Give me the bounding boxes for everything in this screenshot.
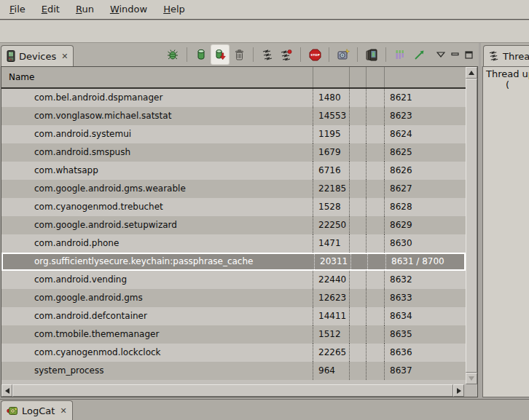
cell-blank1 (350, 180, 367, 198)
cell-blank1 (350, 344, 367, 362)
process-pid: 6716 (313, 162, 350, 180)
scroll-down-button[interactable] (466, 373, 477, 384)
cell-blank2 (367, 143, 385, 162)
horizontal-scrollbar[interactable] (1, 384, 466, 397)
cell-blank1 (350, 216, 367, 234)
stop-process-icon[interactable]: STOP (306, 45, 324, 64)
update-threads-icon[interactable] (259, 45, 276, 64)
menu-item-help[interactable]: Help (155, 0, 193, 19)
close-icon[interactable]: ✕ (58, 407, 66, 415)
process-port: 8637 (385, 362, 466, 380)
menu-item-edit[interactable]: Edit (34, 0, 68, 19)
process-pid: 1528 (313, 198, 350, 216)
process-port: 8632 (385, 271, 466, 289)
minimize-icon[interactable] (451, 52, 459, 58)
cell-blank1 (350, 162, 367, 180)
process-pid: 1480 (313, 89, 350, 107)
threads-panel: Threads Thread up ( (481, 43, 529, 399)
scrollbar-corner (466, 384, 477, 397)
table-row[interactable]: com.android.phone14718630 (1, 234, 466, 253)
tab-threads[interactable]: Threads (483, 45, 529, 66)
down-arrow-icon (469, 376, 474, 381)
process-name: com.android.systemui (1, 125, 313, 143)
table-row[interactable]: system_process9648637 (1, 362, 466, 380)
table-row[interactable]: com.vonglasow.michael.satstat145538623 (1, 107, 466, 125)
column-header-pid[interactable] (313, 67, 350, 87)
threads-message-line1: Thread up (483, 68, 529, 79)
table-row[interactable]: com.google.android.gms126238633 (1, 289, 466, 307)
systrace-icon[interactable] (410, 45, 428, 64)
process-name: system_process (1, 362, 313, 380)
table-row[interactable]: com.android.vending224408632 (1, 271, 466, 289)
dump-hprof-icon[interactable] (211, 45, 229, 64)
table-row[interactable]: com.tmobile.thememanager15128635 (1, 325, 466, 344)
process-port: 8629 (385, 216, 466, 234)
vertical-scroll-thumb[interactable] (466, 79, 477, 373)
update-heap-icon[interactable] (192, 45, 210, 64)
horizontal-scroll-thumb[interactable] (12, 384, 453, 397)
cell-blank1 (350, 89, 367, 107)
logcat-icon (7, 406, 18, 416)
table-row[interactable]: com.android.smspush16798625 (1, 143, 466, 162)
debug-icon[interactable] (164, 45, 181, 64)
process-pid: 14553 (313, 107, 350, 125)
toolbar-separator (357, 47, 358, 62)
start-method-profiling-icon[interactable] (278, 45, 295, 64)
cell-blank1 (350, 289, 367, 307)
process-port: 8621 (385, 89, 466, 107)
process-name: com.android.vending (1, 271, 313, 289)
process-port: 8625 (385, 143, 466, 162)
table-row[interactable]: com.android.defcontainer144118634 (1, 307, 466, 325)
toolbar-separator (329, 47, 329, 62)
cell-blank1 (350, 325, 367, 344)
scroll-right-button[interactable] (453, 384, 464, 397)
table-row[interactable]: com.android.systemui11958624 (1, 125, 466, 143)
toolbar-separator (300, 47, 301, 62)
process-port: 8633 (385, 289, 466, 307)
table-row[interactable]: com.cyanogenmod.trebuchet15288628 (1, 198, 466, 216)
menu-item-run[interactable]: Run (68, 0, 102, 19)
process-port: 8628 (385, 198, 466, 216)
view-menu-icon[interactable] (436, 52, 445, 58)
process-port: 8634 (385, 307, 466, 325)
close-icon[interactable]: ✕ (60, 52, 68, 60)
cell-blank2 (367, 180, 385, 198)
scroll-up-button[interactable] (466, 67, 477, 79)
scroll-left-button[interactable] (1, 384, 12, 397)
vertical-scrollbar[interactable] (466, 67, 477, 384)
table-row[interactable]: org.sufficientlysecure.keychain:passphra… (1, 253, 466, 271)
devices-tabbar: Devices ✕ (0, 43, 479, 66)
process-name: org.sufficientlysecure.keychain:passphra… (3, 254, 315, 269)
process-name: com.android.defcontainer (1, 307, 313, 325)
process-pid: 22185 (313, 180, 350, 198)
tab-logcat[interactable]: LogCat ✕ (1, 400, 73, 420)
cell-blank1 (350, 234, 367, 253)
table-row[interactable]: com.google.android.gms.wearable221858627 (1, 180, 466, 198)
table-row[interactable]: com.cyanogenmod.lockclock222658636 (1, 344, 466, 362)
process-name: com.google.android.gms (1, 289, 313, 307)
process-pid: 12623 (313, 289, 350, 307)
device-view-icon[interactable] (363, 45, 380, 64)
process-port: 8630 (385, 234, 466, 253)
menu-item-window[interactable]: Window (102, 0, 155, 19)
table-row[interactable]: com.google.android.setupwizard222508629 (1, 216, 466, 234)
toolbar-separator (385, 47, 386, 62)
process-port: 8627 (385, 180, 466, 198)
maximize-icon[interactable] (465, 51, 473, 59)
cell-blank2 (367, 289, 385, 307)
cell-blank2 (367, 234, 385, 253)
gl-trace-icon[interactable] (391, 45, 409, 64)
table-row[interactable]: com.bel.android.dspmanager14808621 (1, 89, 466, 107)
table-row[interactable]: com.whatsapp67168626 (1, 162, 466, 180)
screen-capture-icon[interactable] (334, 45, 352, 64)
process-port: 8626 (385, 162, 466, 180)
devices-view-toolbar: STOP (164, 43, 479, 66)
tab-devices[interactable]: Devices ✕ (1, 45, 74, 66)
cause-gc-icon[interactable] (230, 45, 248, 64)
table-header: Name (1, 67, 466, 89)
column-header-name[interactable]: Name (1, 67, 313, 87)
process-pid: 1512 (313, 325, 350, 344)
process-name: com.android.smspush (1, 143, 313, 162)
menu-item-file[interactable]: File (1, 0, 34, 19)
column-header-port[interactable] (385, 67, 466, 87)
